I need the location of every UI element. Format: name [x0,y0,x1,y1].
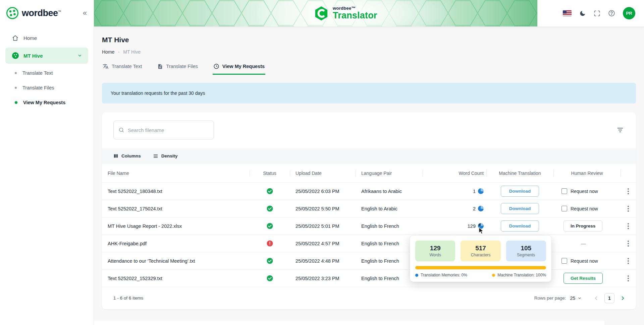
word-count: 129 [468,223,476,229]
tab-label: Translate Text [112,64,142,69]
request-now-control[interactable]: Request now [553,206,621,211]
download-button[interactable]: Download [501,203,539,214]
status-completed-icon [267,275,273,281]
request-now-control[interactable]: Request now [553,258,621,264]
file-name: MT Hive Usage Report - 2022.xlsx [102,223,250,229]
notice-banner: Your translation requests for the past 3… [102,83,636,104]
sidebar-collapse-button[interactable]: « [83,9,87,17]
columns-label: Columns [121,153,141,158]
stat-words: 129 Words [415,241,455,261]
file-icon [157,64,163,69]
next-page-button[interactable] [620,295,626,301]
row-menu-kebab-icon[interactable] [626,186,631,196]
word-stats-pie-icon[interactable] [478,188,484,194]
filter-icon[interactable] [616,126,624,134]
column-header-file-name: File Name [102,171,250,176]
table-row: AHK-Freigabe.pdf 25/05/2022 4:57 PM Engl… [102,235,636,252]
column-header-upload-date: Upload Date [290,171,356,176]
home-icon [12,35,18,41]
legend-translation-memories: Translation Memories: 0% [415,273,467,277]
download-button[interactable]: Download [501,186,539,197]
request-now-checkbox[interactable] [561,188,567,194]
tab-translate-text[interactable]: Translate Text [102,61,143,75]
word-stats-pie-icon[interactable] [478,223,484,229]
upload-date: 25/05/2022 5:50 PM [290,206,356,211]
column-header-language-pair: Language Pair [356,171,423,176]
sidebar-item-label: MT Hive [23,53,43,59]
bullet-icon [15,87,17,89]
translate-icon [103,63,109,69]
wordbee-hexagon-icon [314,6,329,21]
rows-per-page-label: Rows per page: [534,296,566,301]
status-error-icon [267,240,273,247]
upload-date: 25/05/2022 4:57 PM [290,241,356,246]
dark-mode-moon-icon[interactable] [579,10,586,17]
row-menu-kebab-icon[interactable] [626,204,631,214]
upload-date: 25/05/2022 3:23 PM [290,276,356,281]
density-button[interactable]: Density [153,153,178,159]
request-now-checkbox[interactable] [561,206,567,211]
help-icon[interactable] [608,10,615,17]
sidebar-item-translate-files[interactable]: Translate Files [0,80,94,95]
density-icon [153,153,158,159]
tab-view-my-requests[interactable]: View My Requests [213,61,265,75]
columns-button[interactable]: Columns [113,153,141,158]
upload-date: 25/05/2022 6:03 PM [290,189,356,194]
user-avatar[interactable]: PR [623,7,635,19]
translation-source-progress-bar [415,266,546,269]
column-header-status: Status [250,171,290,176]
tm-dot-icon [415,274,418,277]
rows-per-page-value: 25 [570,296,575,301]
clock-icon [213,63,219,69]
word-stats-pie-icon[interactable] [478,206,484,211]
tab-label: Translate Files [166,64,198,69]
table-row: Attendance to our ‘Technical Meeting’.tx… [102,252,636,269]
sidebar-item-home[interactable]: Home [0,31,94,45]
fullscreen-icon[interactable] [594,10,600,17]
sidebar-item-mt-hive[interactable]: MT Hive [5,48,88,64]
status-completed-icon [267,223,273,229]
request-now-control[interactable]: Request now [553,188,621,194]
sidebar-item-view-my-requests[interactable]: View My Requests [0,95,94,110]
table-row: Text 5252022_180348.txt 25/05/2022 6:03 … [102,182,636,200]
status-completed-icon [267,205,273,212]
search-input[interactable] [128,127,209,133]
row-menu-kebab-icon[interactable] [626,221,631,231]
breadcrumb-separator: • [118,50,119,54]
stat-segments: 105 Segments [506,241,546,261]
in-progress-button[interactable]: In Progress [564,220,602,232]
status-completed-icon [267,188,273,194]
columns-icon [113,153,118,158]
word-stats-popover: 129 Words 517 Characters 105 Segments Tr… [410,236,551,282]
get-results-button[interactable]: Get Results [564,273,603,284]
sidebar: wordbee™ « Home MT Hive [0,0,94,325]
column-header-machine-translation: Machine Translation [486,171,553,176]
file-name: Attendance to our ‘Technical Meeting’.tx… [102,258,250,264]
table-toolbar: Columns Density [102,148,636,164]
upload-date: 25/05/2022 5:01 PM [290,223,356,229]
request-now-checkbox[interactable] [561,258,567,264]
wordbee-logo-icon[interactable] [6,7,19,19]
main-content: MT Hive Home • MT Hive Translate Text Tr… [94,26,644,325]
download-button[interactable]: Download [501,220,539,232]
bullet-icon [15,72,17,74]
tab-label: View My Requests [222,64,265,69]
tab-translate-files[interactable]: Translate Files [157,61,199,75]
breadcrumb-home-link[interactable]: Home [102,49,114,55]
sidebar-item-label: Translate Files [22,85,54,90]
sidebar-item-translate-text[interactable]: Translate Text [0,66,94,80]
table-row: Text 5252022_175024.txt 25/05/2022 5:50 … [102,200,636,217]
legend-machine-translation: Machine Translation: 100% [492,273,546,277]
search-icon [118,127,124,133]
row-menu-kebab-icon[interactable] [626,239,631,249]
current-page-button[interactable]: 1 [604,293,614,303]
row-menu-kebab-icon[interactable] [626,273,631,283]
chevron-down-icon [578,296,582,300]
wordbee-translator-brand: wordbee™ Translator [314,6,377,21]
search-box [113,121,214,139]
previous-page-button[interactable] [593,295,599,301]
language-flag-icon[interactable] [563,10,572,16]
upload-date: 25/05/2022 4:48 PM [290,258,356,264]
row-menu-kebab-icon[interactable] [626,256,631,266]
rows-per-page-select[interactable]: 25 [570,296,582,301]
